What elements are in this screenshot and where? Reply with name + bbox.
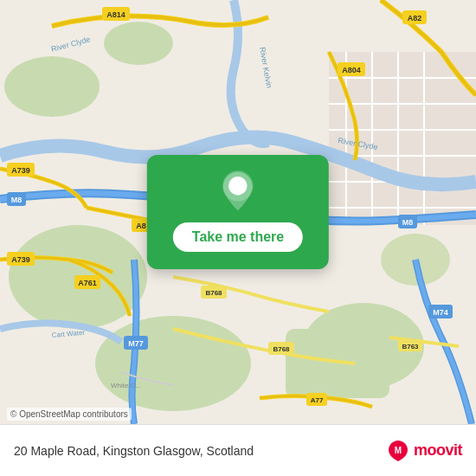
svg-text:B768: B768 [273, 345, 290, 353]
svg-text:M8: M8 [11, 196, 23, 204]
osm-attribution: © OpenStreetMap contributors [7, 408, 132, 421]
svg-text:White C...: White C... [111, 382, 141, 389]
moovit-logo-icon: M [386, 439, 410, 463]
moovit-brand-text: moovit [414, 441, 462, 460]
svg-point-56 [232, 181, 244, 193]
svg-text:B768: B768 [205, 289, 222, 297]
svg-text:B763: B763 [402, 343, 419, 351]
svg-text:M74: M74 [433, 308, 448, 317]
svg-point-5 [4, 56, 100, 117]
svg-text:A739: A739 [11, 255, 30, 264]
address-text: 20 Maple Road, Kingston Glasgow, Scotlan… [14, 444, 254, 458]
bottom-bar: 20 Maple Road, Kingston Glasgow, Scotlan… [0, 424, 476, 476]
svg-text:A82: A82 [408, 14, 422, 23]
svg-rect-7 [286, 329, 389, 398]
svg-text:A739: A739 [11, 166, 30, 175]
moovit-logo: M moovit [386, 439, 462, 463]
location-pin-icon [217, 170, 259, 212]
cta-overlay: Take me there [147, 155, 329, 269]
svg-text:M: M [395, 446, 402, 455]
svg-text:A761: A761 [78, 279, 97, 287]
svg-text:M77: M77 [128, 339, 144, 348]
svg-text:A814: A814 [106, 10, 125, 19]
svg-text:A804: A804 [342, 66, 361, 74]
map-container: A814 A82 A804 A739 A739 A8 A761 M8 M8 M7… [0, 0, 476, 424]
svg-text:A8: A8 [136, 222, 146, 230]
svg-text:M8: M8 [402, 218, 414, 227]
svg-text:A77: A77 [311, 396, 324, 404]
take-me-there-button[interactable]: Take me there [173, 222, 303, 252]
svg-point-6 [104, 22, 173, 65]
